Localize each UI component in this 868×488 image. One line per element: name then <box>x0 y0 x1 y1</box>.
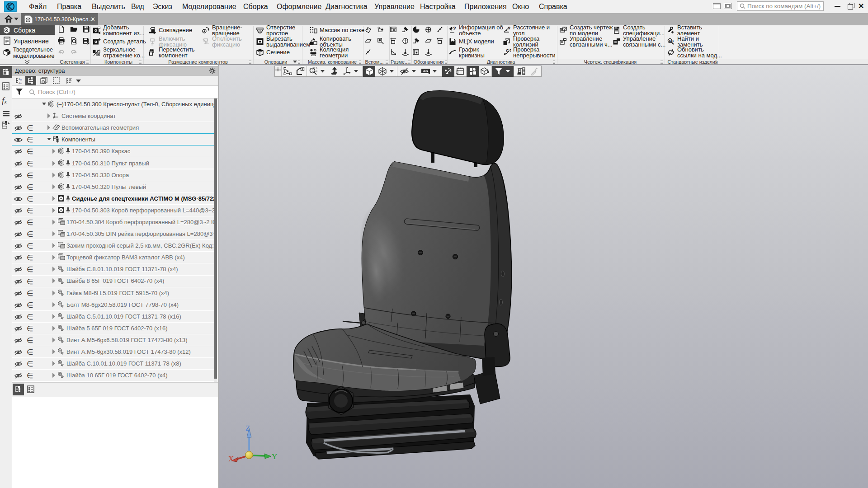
svg-text:Y: Y <box>272 452 277 461</box>
svg-text:?: ? <box>508 26 510 31</box>
svg-text:AB: AB <box>669 39 674 43</box>
svg-text:1₁₁: 1₁₁ <box>19 78 22 80</box>
svg-text:?: ? <box>453 26 456 31</box>
svg-text:2₁₂: 2₁₂ <box>19 81 22 84</box>
svg-text:G?: G? <box>506 48 511 53</box>
svg-text:Z: Z <box>245 424 250 432</box>
svg-text:X: X <box>228 455 234 463</box>
